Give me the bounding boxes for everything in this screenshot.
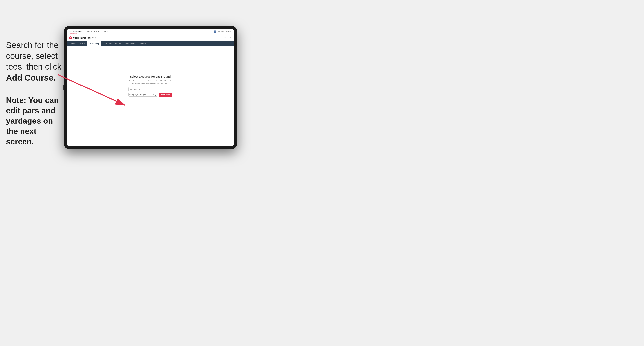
tee-select-row: Gold (M) (M) (7010 yds) ✕ ▲ ▼ Add Course xyxy=(128,93,172,97)
annotation-line1: Search for the xyxy=(6,40,58,50)
annotation-bold: Add Course. xyxy=(6,73,56,82)
select-course-title: Select a course for each round xyxy=(130,75,171,78)
nav-tournaments[interactable]: TOURNAMENTS xyxy=(86,31,99,33)
tab-course-setup[interactable]: Course Setup xyxy=(87,41,101,46)
logo-text: SCOREBOARD xyxy=(69,30,83,32)
user-name: Test User xyxy=(218,31,224,32)
annotation-main: Search for the course, select tees, then… xyxy=(6,40,62,83)
nav-teams[interactable]: TEAMS xyxy=(102,31,108,33)
select-course-subtitle: Search for a course and select a tee. Yo… xyxy=(128,80,172,84)
top-nav: SCOREBOARD Powered by clippd TOURNAMENTS… xyxy=(66,29,234,35)
annotation-area: Search for the course, select tees, then… xyxy=(6,40,62,147)
annotation-line2: course, select xyxy=(6,51,58,61)
tab-bar: Details Teams Course Setup Tee Groups Re… xyxy=(66,41,234,46)
annotation-note: Note: You can edit pars and yardages on … xyxy=(6,95,62,147)
tablet-device: SCOREBOARD Powered by clippd TOURNAMENTS… xyxy=(64,26,237,149)
tee-down-button[interactable]: ▼ xyxy=(154,95,156,96)
tournament-title-row: C Clippd Invitational (Men) xyxy=(69,36,96,39)
tab-details[interactable]: Details xyxy=(69,41,78,46)
nav-links: TOURNAMENTS TEAMS xyxy=(86,31,214,33)
tab-printables[interactable]: Printables xyxy=(136,41,148,46)
tee-up-button[interactable]: ▲ xyxy=(154,93,156,95)
tablet-screen: SCOREBOARD Powered by clippd TOURNAMENTS… xyxy=(66,29,234,146)
clear-tee-button[interactable]: ✕ xyxy=(152,94,154,96)
course-search-input[interactable] xyxy=(128,87,172,91)
clippd-icon: C xyxy=(69,36,72,39)
tournament-header: C Clippd Invitational (Men) Cancel ✕ xyxy=(66,35,234,41)
annotation-line3: tees, then click xyxy=(6,62,61,71)
tab-teams[interactable]: Teams xyxy=(78,41,87,46)
note-label: Note: xyxy=(6,96,26,105)
logo-area: SCOREBOARD Powered by clippd xyxy=(69,29,83,34)
tab-leaderboards[interactable]: Leaderboards xyxy=(123,41,136,46)
add-course-button[interactable]: Add Course xyxy=(158,93,172,97)
tee-value: Gold (M) (M) (7010 yds) xyxy=(130,94,152,96)
tournament-gender: (Men) xyxy=(92,37,96,39)
cancel-button[interactable]: Cancel ✕ xyxy=(224,37,232,39)
tablet-side-button xyxy=(63,85,64,90)
tournament-name: Clippd Invitational xyxy=(73,37,90,39)
main-content: Select a course for each round Search fo… xyxy=(66,46,234,126)
tee-select-controls: ▲ ▼ xyxy=(154,93,156,96)
sign-out-link[interactable]: Sign out xyxy=(226,31,232,32)
user-area: U Test User | Sign out xyxy=(214,30,232,33)
nav-separator: | xyxy=(224,31,225,32)
tab-tee-groups[interactable]: Tee Groups xyxy=(101,41,113,46)
logo-sub: Powered by clippd xyxy=(69,33,83,34)
user-avatar: U xyxy=(214,30,216,33)
cancel-icon: ✕ xyxy=(230,37,232,39)
tab-results[interactable]: Results xyxy=(113,41,123,46)
